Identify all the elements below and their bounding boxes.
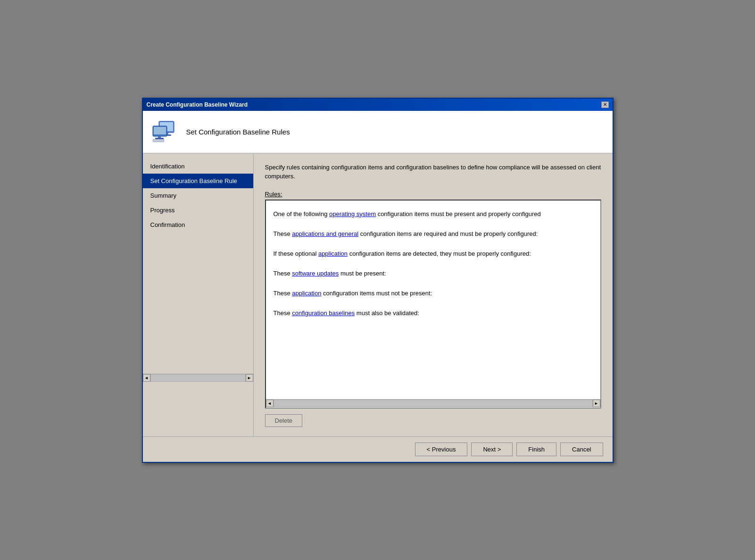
rules-scrollbar[interactable]: ◄ ►	[266, 399, 600, 408]
sidebar-item-summary[interactable]: Summary	[143, 188, 253, 203]
rule-5: These application configuration items mu…	[270, 284, 597, 303]
sidebar-scrollbar[interactable]: ◄ ►	[143, 374, 253, 382]
rule-5-suffix: configuration items must not be present:	[321, 290, 432, 297]
window-title: Create Configuration Baseline Wizard	[147, 101, 248, 108]
sidebar-scroll-left[interactable]: ◄	[143, 374, 150, 382]
rule-3-link[interactable]: application	[318, 250, 348, 257]
rule-2-link[interactable]: applications and general	[292, 230, 358, 237]
next-button[interactable]: Next >	[471, 443, 513, 456]
sidebar-item-progress[interactable]: Progress	[143, 203, 253, 217]
main-description: Specify rules containing configuration i…	[265, 163, 601, 181]
main-content: Specify rules containing configuration i…	[254, 153, 613, 436]
rules-scroll-track[interactable]	[274, 400, 593, 407]
rule-1: One of the following operating system co…	[270, 204, 597, 224]
rule-4-link[interactable]: software updates	[292, 270, 339, 277]
delete-button[interactable]: Delete	[265, 414, 303, 427]
sidebar-scroll-track[interactable]	[150, 374, 246, 382]
rule-4-prefix: These	[274, 270, 292, 277]
sidebar: Identification Set Configuration Baselin…	[143, 153, 254, 436]
rules-box: One of the following operating system co…	[265, 200, 601, 409]
rule-3-prefix: If these optional	[274, 250, 318, 257]
header-icon	[150, 117, 179, 146]
rule-2: These applications and general configura…	[270, 224, 597, 244]
svg-rect-5	[154, 127, 166, 134]
rule-1-suffix: configuration items must be present and …	[376, 210, 541, 217]
previous-button[interactable]: < Previous	[415, 443, 468, 456]
header-area: Set Configuration Baseline Rules	[143, 111, 613, 153]
rule-6: These configuration baselines must also …	[270, 303, 597, 323]
rules-scroll-right[interactable]: ►	[593, 400, 600, 407]
sidebar-item-set-config[interactable]: Set Configuration Baseline Rule	[143, 174, 253, 188]
rule-3-suffix: configuration items are detected, they m…	[348, 250, 531, 257]
rule-1-prefix: One of the following	[274, 210, 330, 217]
rule-4-suffix: must be present:	[339, 270, 386, 277]
svg-rect-7	[155, 138, 164, 139]
finish-button[interactable]: Finish	[516, 443, 556, 456]
rules-label: Rules:	[265, 191, 601, 198]
rule-5-link[interactable]: application	[292, 290, 321, 297]
header-title: Set Configuration Baseline Rules	[186, 128, 290, 136]
title-bar: Create Configuration Baseline Wizard ✕	[143, 99, 613, 111]
rule-6-prefix: These	[274, 309, 292, 317]
sidebar-scroll-right[interactable]: ►	[246, 374, 253, 382]
close-button[interactable]: ✕	[601, 101, 609, 108]
rule-3: If these optional application configurat…	[270, 244, 597, 264]
rule-2-suffix: configuration items are required and mus…	[358, 230, 538, 237]
footer-area: < Previous Next > Finish Cancel	[143, 436, 613, 462]
svg-rect-8	[153, 139, 164, 142]
sidebar-item-identification[interactable]: Identification	[143, 159, 253, 174]
rule-4: These software updates must be present:	[270, 264, 597, 284]
wizard-dialog: Create Configuration Baseline Wizard ✕ S…	[142, 98, 614, 463]
rule-6-suffix: must also be validated:	[355, 309, 419, 317]
rule-2-prefix: These	[274, 230, 292, 237]
cancel-button[interactable]: Cancel	[560, 443, 603, 456]
rule-6-link[interactable]: configuration baselines	[292, 309, 355, 317]
sidebar-item-confirmation[interactable]: Confirmation	[143, 217, 253, 232]
content-area: Identification Set Configuration Baselin…	[143, 153, 613, 436]
rule-5-prefix: These	[274, 290, 292, 297]
rule-1-link[interactable]: operating system	[329, 210, 376, 217]
rules-scroll-left[interactable]: ◄	[266, 400, 274, 407]
